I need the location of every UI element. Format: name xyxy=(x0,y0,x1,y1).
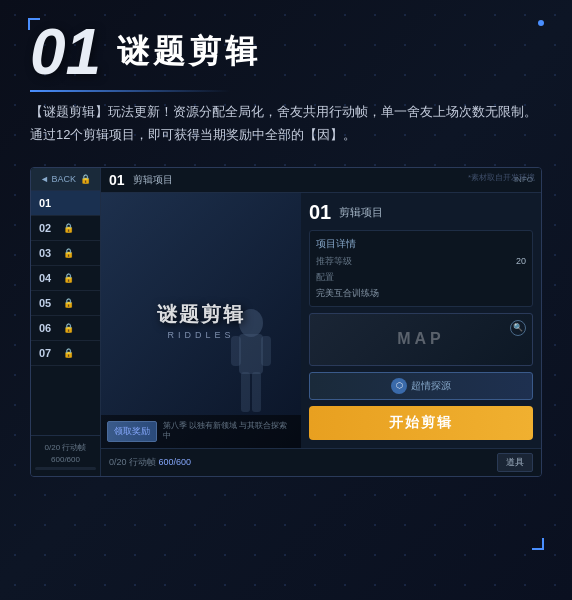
lock-icon-02: 🔒 xyxy=(63,223,74,233)
right-chapter-label: 剪辑项目 xyxy=(339,205,383,220)
collect-button[interactable]: 领取奖励 xyxy=(107,421,157,442)
chapter-num-02: 02 xyxy=(39,222,59,234)
game-title-en: RIDDLES xyxy=(157,330,245,340)
chapter-item-03[interactable]: 03 🔒 xyxy=(31,241,100,266)
bottom-bar: 0/20 行动帧 600/600 xyxy=(31,435,100,475)
mission-section: 项目详情 推荐等级 20 配置 完美互合训练场 xyxy=(309,230,533,307)
left-sidebar: ◄ BACK 🔒 01 02 🔒 03 🔒 xyxy=(31,168,101,476)
description-content: 【谜题剪辑】玩法更新！资源分配全局化，舍友共用行动帧，单一舍友上场次数无限制。通… xyxy=(30,104,537,142)
page-container: 01 谜题剪辑 【谜题剪辑】玩法更新！资源分配全局化，舍友共用行动帧，单一舍友上… xyxy=(0,0,572,600)
back-label: ◄ BACK xyxy=(40,174,76,184)
main-content: 01 剪辑项目 INFO 谜题剪辑 RIDDLES xyxy=(101,168,541,476)
game-panel-bottom: 0/20 行动帧 600/600 道具 xyxy=(101,448,541,476)
detail-button[interactable]: 道具 xyxy=(497,453,533,472)
explore-label: 超情探源 xyxy=(411,379,451,393)
content-split: 谜题剪辑 RIDDLES 领取奖励 xyxy=(101,193,541,448)
mission-label-2: 配置 xyxy=(316,271,334,284)
map-label: MAP xyxy=(397,330,445,348)
chapter-list: 01 02 🔒 03 🔒 04 🔒 05 xyxy=(31,191,100,436)
progress-current: 0/20 xyxy=(45,443,61,452)
svg-rect-4 xyxy=(241,372,250,412)
svg-rect-2 xyxy=(231,336,241,366)
chapter-item-07[interactable]: 07 🔒 xyxy=(31,341,100,366)
energy-value: 600/600 xyxy=(51,455,80,464)
lock-icon-06: 🔒 xyxy=(63,323,74,333)
chapter-num-06: 06 xyxy=(39,322,59,334)
chapter-display-num: 01 xyxy=(109,172,125,188)
progress-info: 0/20 行动帧 600/600 xyxy=(35,442,96,464)
explore-button[interactable]: ⬡ 超情探源 xyxy=(309,372,533,400)
mission-title: 项目详情 xyxy=(316,237,526,251)
back-button[interactable]: ◄ BACK 🔒 xyxy=(31,168,100,191)
game-bottom: 领取奖励 第八季 以独有新领域 与其联合探索中 xyxy=(101,415,301,448)
svg-rect-3 xyxy=(261,336,271,366)
game-image-area: 谜题剪辑 RIDDLES 领取奖励 xyxy=(101,193,301,448)
source-note: *素材取自开发环境 xyxy=(468,172,535,183)
game-panel: *素材取自开发环境 ◄ BACK 🔒 01 02 🔒 xyxy=(30,167,542,477)
chapter-item-04[interactable]: 04 🔒 xyxy=(31,266,100,291)
mission-label-1: 推荐等级 xyxy=(316,255,352,268)
lock-icon: 🔒 xyxy=(80,174,91,184)
search-icon[interactable]: 🔍 xyxy=(510,320,526,336)
chapter-num-05: 05 xyxy=(39,297,59,309)
game-title-overlay: 谜题剪辑 RIDDLES xyxy=(157,301,245,340)
right-chapter-num: 01 xyxy=(309,201,331,224)
section-number: 01 xyxy=(30,20,101,84)
right-panel: 01 剪辑项目 项目详情 推荐等级 20 配置 xyxy=(301,193,541,448)
lock-icon-03: 🔒 xyxy=(63,248,74,258)
game-title-cn: 谜题剪辑 xyxy=(157,301,245,328)
map-thumbnail: MAP 🔍 xyxy=(309,313,533,366)
description-text: 【谜题剪辑】玩法更新！资源分配全局化，舍友共用行动帧，单一舍友上场次数无限制。通… xyxy=(30,100,542,147)
mission-value-1: 20 xyxy=(516,256,526,266)
lock-icon-05: 🔒 xyxy=(63,298,74,308)
chapter-item-05[interactable]: 05 🔒 xyxy=(31,291,100,316)
svg-rect-1 xyxy=(239,334,263,374)
chapter-num-01: 01 xyxy=(39,197,59,209)
energy-value-bottom: 600/600 xyxy=(159,457,192,467)
progress-label: 行动帧 xyxy=(62,443,86,452)
svg-rect-5 xyxy=(252,372,261,412)
mission-row-2: 配置 xyxy=(316,271,526,284)
mission-desc: 完美互合训练场 xyxy=(316,287,526,300)
chapter-num-03: 03 xyxy=(39,247,59,259)
chapter-display-name: 剪辑项目 xyxy=(133,173,506,187)
explore-icon: ⬡ xyxy=(391,378,407,394)
chapter-item-01[interactable]: 01 xyxy=(31,191,100,216)
progress-label-bottom: 0/20 行动帧 xyxy=(109,457,159,467)
mission-row-1: 推荐等级 20 xyxy=(316,255,526,268)
right-header: 01 剪辑项目 xyxy=(309,201,533,224)
chapter-num-07: 07 xyxy=(39,347,59,359)
chapter-item-06[interactable]: 06 🔒 xyxy=(31,316,100,341)
lock-icon-07: 🔒 xyxy=(63,348,74,358)
start-button-text: 开始剪辑 xyxy=(389,414,453,430)
chapter-num-04: 04 xyxy=(39,272,59,284)
reward-text: 第八季 以独有新领域 与其联合探索中 xyxy=(163,421,295,442)
header-section: 01 谜题剪辑 xyxy=(30,20,542,84)
start-button[interactable]: 开始剪辑 xyxy=(309,406,533,440)
game-panel-inner: ◄ BACK 🔒 01 02 🔒 03 🔒 xyxy=(31,168,541,476)
page-title: 谜题剪辑 xyxy=(117,30,261,74)
energy-info: 0/20 行动帧 600/600 xyxy=(109,456,191,469)
header-underline xyxy=(30,90,230,92)
lock-icon-04: 🔒 xyxy=(63,273,74,283)
corner-decoration-br xyxy=(532,538,544,550)
progress-bar xyxy=(35,467,96,470)
chapter-item-02[interactable]: 02 🔒 xyxy=(31,216,100,241)
